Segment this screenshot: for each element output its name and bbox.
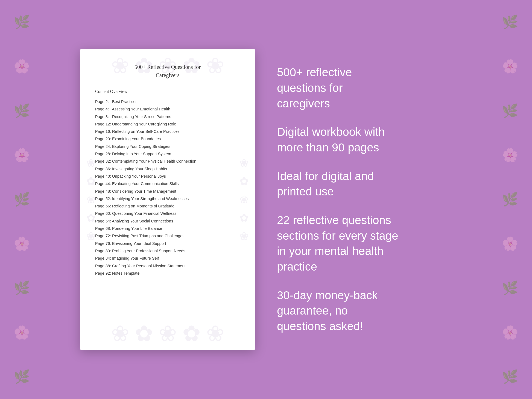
doc-watermark-top: ❀ ✿ ❀ ✿ ❀ [80,49,255,82]
toc-topic: Investigating Your Sleep Habits [111,167,167,171]
toc-item: Page 56: Reflecting on Moments of Gratit… [95,203,240,209]
toc-item: Page 2: Best Practices [95,99,240,104]
feature-item-1: Digital workbook with more than 90 pages [277,124,446,155]
toc-item: Page 92: Notes Template [95,271,240,276]
toc-topic: Understanding Your Caregiving Role [111,122,176,126]
toc-topic: Evaluating Your Communication Skills [111,181,179,186]
content-overview-label: Content Overview: [95,89,240,94]
toc-topic: Contemplating Your Physical Health Conne… [111,159,196,163]
toc-topic: Assessing Your Emotional Health [111,107,170,111]
toc-item: Page 28: Delving into Your Support Syste… [95,151,240,157]
toc-item: Page 48: Considering Your Time Managemen… [95,189,240,194]
toc-item: Page 20: Examining Your Boundaries [95,136,240,142]
toc-item: Page 12: Understanding Your Caregiving R… [95,121,240,127]
toc-topic: Unpacking Your Personal Joys [111,174,166,178]
toc-topic: Reflecting on Your Self-Care Practices [111,129,180,134]
toc-topic: Revisiting Past Triumphs and Challenges [111,234,184,238]
toc-topic: Considering Your Time Management [111,189,176,193]
toc-item: Page 60: Questioning Your Financial Well… [95,211,240,216]
toc-item: Page 68: Pondering Your Life Balance [95,226,240,231]
toc-topic: Examining Your Boundaries [111,137,161,141]
main-container: ❀ ✿ ❀ ✿ ❀ ❀ ✿ ❀ ✿ ❀ ❀✿❀✿❀ ❀✿❀✿❀ 500+ Ref… [0,33,532,366]
feature-item-4: 30-day money-back guarantee, no question… [277,288,446,334]
floral-sprig: 🌿 [14,16,30,29]
toc-item: Page 64: Analyzing Your Social Connectio… [95,218,240,224]
toc-topic: Probing Your Professional Support Needs [111,249,185,253]
toc-item: Page 76: Envisioning Your Ideal Support [95,241,240,246]
document-preview: ❀ ✿ ❀ ✿ ❀ ❀ ✿ ❀ ✿ ❀ ❀✿❀✿❀ ❀✿❀✿❀ 500+ Ref… [80,49,255,350]
doc-watermark-left: ❀✿❀✿❀ [80,49,102,350]
toc-topic: Best Practices [111,99,138,104]
feature-item-3: 22 reflective questions sections for eve… [277,213,446,275]
feature-item-2: Ideal for digital and printed use [277,169,446,200]
toc-item: Page 16: Reflecting on Your Self-Care Pr… [95,129,240,134]
features-panel: 500+ reflective questions for caregivers… [277,65,446,334]
toc-item: Page 24: Exploring Your Coping Strategie… [95,144,240,149]
doc-watermark-right: ❀✿❀✿❀ [233,49,255,350]
toc-topic: Analyzing Your Social Connections [111,219,173,223]
toc-topic: Notes Template [111,271,140,275]
toc-item: Page 32: Contemplating Your Physical Hea… [95,159,240,164]
floral-sprig: 🌿 [14,370,30,383]
toc-topic: Questioning Your Financial Wellness [111,211,176,216]
floral-sprig: 🌿 [502,370,518,383]
toc-topic: Delving into Your Support System [111,152,171,156]
toc-item: Page 36: Investigating Your Sleep Habits [95,166,240,172]
toc-item: Page 72: Revisiting Past Triumphs and Ch… [95,233,240,239]
toc-topic: Reflecting on Moments of Gratitude [111,204,174,208]
doc-watermark-bottom: ❀ ✿ ❀ ✿ ❀ [80,317,255,350]
toc-item: Page 40: Unpacking Your Personal Joys [95,174,240,179]
toc-topic: Identifying Your Strengths and Weaknesse… [111,196,189,201]
toc-item: Page 8: Recognizing Your Stress Patterns [95,114,240,119]
toc-topic: Crafting Your Personal Mission Statement [111,264,185,268]
table-of-contents: Page 2: Best PracticesPage 4: Assessing … [95,99,240,276]
toc-topic: Exploring Your Coping Strategies [111,144,170,149]
toc-topic: Envisioning Your Ideal Support [111,241,166,246]
toc-item: Page 44: Evaluating Your Communication S… [95,181,240,186]
feature-item-0: 500+ reflective questions for caregivers [277,65,446,111]
toc-item: Page 80: Probing Your Professional Suppo… [95,248,240,254]
toc-item: Page 88: Crafting Your Personal Mission … [95,263,240,269]
toc-topic: Recognizing Your Stress Patterns [111,115,171,119]
floral-sprig: 🌿 [502,16,518,29]
toc-topic: Pondering Your Life Balance [111,226,162,231]
toc-item: Page 4: Assessing Your Emotional Health [95,106,240,112]
toc-topic: Imagining Your Future Self [111,256,159,260]
toc-item: Page 52: Identifying Your Strengths and … [95,196,240,201]
toc-item: Page 84: Imagining Your Future Self [95,256,240,261]
